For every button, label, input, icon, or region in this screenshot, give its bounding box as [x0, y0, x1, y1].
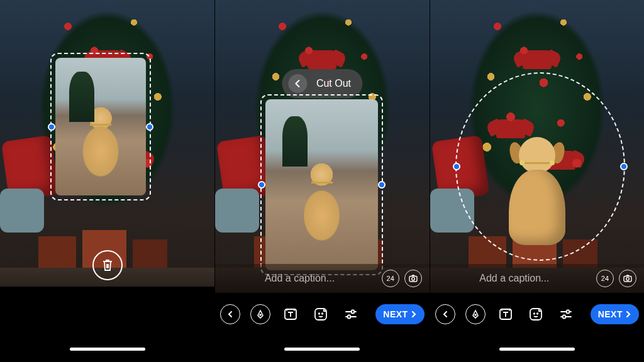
editor-toolbar: NEXT — [430, 299, 644, 329]
resize-handle-right[interactable] — [378, 181, 386, 189]
bow-decoration — [308, 50, 336, 69]
caption-bar: Add a caption... 24 — [215, 264, 429, 293]
cutout-sticker[interactable] — [496, 126, 578, 245]
selection-rectangle[interactable] — [260, 94, 383, 275]
caption-bar: Add a caption... 24 — [430, 264, 644, 293]
pen-nib-icon — [256, 310, 265, 319]
text-box-icon — [499, 308, 513, 321]
sticker-tool-button[interactable] — [526, 304, 546, 324]
resize-handle-left[interactable] — [258, 181, 265, 189]
svg-rect-8 — [348, 315, 350, 319]
dog-stick — [523, 162, 551, 164]
inserted-photo[interactable] — [55, 58, 146, 195]
draw-tool-button[interactable] — [465, 304, 486, 324]
text-tool-button[interactable] — [496, 304, 516, 324]
camera-icon — [623, 275, 632, 282]
home-indicator — [284, 348, 360, 351]
trash-icon — [101, 258, 114, 272]
camera-button[interactable] — [619, 270, 636, 287]
text-tool-button[interactable] — [280, 304, 301, 324]
svg-point-11 — [475, 314, 476, 315]
svg-point-15 — [536, 313, 538, 314]
home-indicator — [70, 348, 145, 351]
resize-handle-right[interactable] — [146, 123, 153, 131]
svg-rect-7 — [352, 310, 354, 314]
sofa-decoration — [215, 189, 259, 233]
camera-icon — [409, 275, 418, 282]
inserted-photo[interactable] — [265, 99, 378, 270]
svg-point-10 — [626, 277, 630, 280]
phone-screen-1 — [0, 0, 214, 362]
next-button[interactable]: NEXT — [591, 304, 639, 324]
sliders-icon — [344, 309, 358, 320]
chevron-left-icon — [441, 310, 449, 318]
duration-button[interactable]: 24 — [596, 270, 614, 287]
resize-handle-left[interactable] — [48, 123, 55, 131]
home-indicator — [499, 348, 575, 351]
cutout-title: Cut Out — [316, 78, 351, 89]
dog-head — [519, 137, 555, 173]
selection-rectangle[interactable] — [50, 53, 151, 200]
text-box-icon — [284, 308, 297, 321]
duration-value: 24 — [601, 275, 609, 282]
delete-button[interactable] — [92, 250, 123, 280]
chevron-right-icon — [625, 310, 631, 318]
sticker-smile-icon — [529, 307, 543, 321]
duration-value: 24 — [387, 275, 394, 282]
back-button[interactable] — [289, 74, 308, 93]
adjust-tool-button[interactable] — [341, 304, 361, 324]
adjust-tool-button[interactable] — [556, 304, 576, 324]
duration-button[interactable]: 24 — [382, 270, 399, 287]
back-tool-button[interactable] — [435, 304, 455, 324]
bow-decoration — [523, 50, 552, 69]
svg-point-14 — [533, 313, 535, 314]
phone-screen-2: Cut Out Add a caption... 24 — [214, 0, 429, 362]
chevron-right-icon — [411, 310, 417, 318]
next-button[interactable]: NEXT — [375, 304, 424, 324]
phone-screen-3: Add a caption... 24 NEXT — [430, 0, 644, 362]
bottom-black-bar — [0, 287, 214, 362]
svg-rect-13 — [530, 309, 541, 320]
caption-input[interactable]: Add a caption... — [223, 273, 376, 284]
pen-nib-icon — [471, 310, 480, 319]
back-tool-button[interactable] — [220, 304, 240, 324]
sticker-smile-icon — [314, 307, 328, 321]
camera-button[interactable] — [404, 270, 422, 287]
sliders-icon — [559, 309, 573, 320]
editor-toolbar: NEXT — [215, 299, 429, 329]
svg-rect-4 — [315, 309, 326, 320]
sticker-tool-button[interactable] — [311, 304, 331, 324]
caption-input[interactable]: Add a caption... — [438, 273, 591, 284]
sofa-decoration — [0, 189, 44, 233]
svg-point-6 — [322, 313, 323, 314]
resize-handle-right[interactable] — [620, 163, 628, 170]
next-label: NEXT — [598, 309, 623, 319]
svg-point-1 — [411, 277, 414, 280]
chevron-left-icon — [294, 79, 303, 88]
next-label: NEXT — [383, 309, 408, 319]
svg-rect-16 — [567, 310, 569, 314]
svg-point-2 — [260, 314, 261, 315]
dog-body — [509, 170, 565, 245]
draw-tool-button[interactable] — [250, 304, 270, 324]
svg-point-5 — [319, 313, 320, 314]
resize-handle-left[interactable] — [453, 163, 460, 170]
chevron-left-icon — [226, 310, 234, 318]
svg-rect-17 — [563, 315, 565, 319]
